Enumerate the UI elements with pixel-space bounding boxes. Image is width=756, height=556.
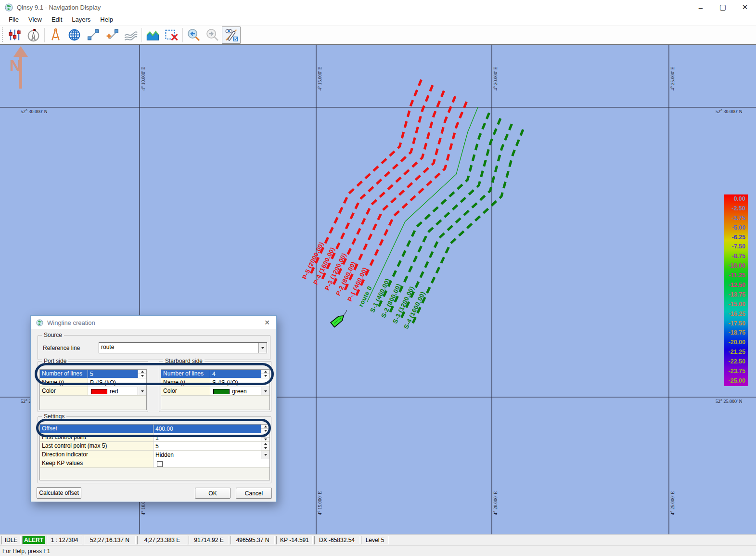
starboard-color-row[interactable]: Color green [161,387,269,396]
port-color-dropdown-icon[interactable] [138,387,146,395]
delete-selection-button[interactable] [162,26,181,44]
colorbar-value: -6.25 [724,233,748,243]
status-segment-8: DX -65832.54 [314,536,359,544]
status-segment-3: 52;27;16.137 N [84,536,136,544]
dialog-title: Wingline creation [47,319,95,326]
close-button[interactable]: ✕ [734,0,756,14]
last-control-point-input[interactable]: 5 [154,442,261,450]
source-legend: Source [42,332,64,338]
zoom-next-icon [205,28,219,42]
colorbar-value: -8.75 [724,252,748,261]
grid-longitude-label: 4° 25.000' E [670,491,675,515]
menu-layers[interactable]: Layers [67,15,95,25]
help-bar: For Help, press F1 [0,545,756,556]
port-color-value[interactable]: red [88,387,138,395]
colorbar-value: -2.50 [724,204,748,214]
status-segment-7: KP -14.591 [276,536,313,544]
measure-compass-button[interactable] [46,26,65,44]
last-control-point-label: Last control point (max 5) [40,442,154,450]
colorbar-value: -18.75 [724,328,748,338]
last-control-point-spinner[interactable] [261,442,269,450]
reference-line-combobox[interactable]: route [99,342,267,353]
colorbar-value: -11.25 [724,271,748,281]
add-line-point-button[interactable] [103,26,121,44]
edit-line-button[interactable] [84,26,103,44]
last-control-point-row[interactable]: Last control point (max 5) 5 [40,442,269,451]
grid-latitude-label: 52° 25.000' N [716,399,743,404]
zoom-next-button[interactable] [203,26,222,44]
grid-longitude-label: 4° 15.000' E [317,67,322,91]
maximize-button[interactable]: ▢ [712,0,734,14]
zoom-previous-button[interactable] [184,26,203,44]
dialog-globe-icon [36,319,43,326]
toolbar: N [0,26,756,44]
measure-compass-icon [49,28,63,42]
application-window: Qinsy 9.1 - Navigation Display – ▢ ✕ Fil… [0,0,756,556]
direction-indicator-dropdown-icon[interactable] [261,451,269,459]
starboard-color-dropdown-icon[interactable] [261,387,269,395]
status-segment-5: 91714.92 E [189,536,229,544]
menu-view[interactable]: View [24,15,47,25]
status-segment-4: 4;27;23.383 E [137,536,187,544]
colorbar-value: -10.00 [724,261,748,271]
app-globe-icon [5,3,13,12]
delete-selection-icon [165,28,179,42]
direction-indicator-value[interactable]: Hidden [154,451,261,459]
status-bar: IDLEALERT1 : 12730452;27;16.137 N4;27;23… [0,534,756,545]
menu-edit[interactable]: Edit [47,15,67,25]
menu-bar: FileViewEditLayersHelp [0,14,756,26]
toolbar-gripper[interactable] [1,27,5,43]
ok-button[interactable]: OK [195,488,231,499]
menu-help[interactable]: Help [95,15,118,25]
edit-line-icon [86,28,100,42]
keep-kp-values-checkbox[interactable] [157,461,163,467]
status-segment-2: 1 : 127304 [47,536,82,544]
direction-indicator-row[interactable]: Direction indicator Hidden [40,451,269,459]
reference-line-value: route [99,343,258,353]
display-properties-icon [8,28,22,42]
colorbar-value: -7.50 [724,242,748,252]
zoom-previous-icon [187,28,201,42]
reference-line-dropdown-icon[interactable] [258,343,267,353]
wingline-creation-dialog: Wingline creation ✕ Source Reference lin… [30,315,277,502]
colorbar-value: -13.75 [724,290,748,300]
keep-kp-values-row[interactable]: Keep KP values [40,459,269,468]
direction-indicator-label: Direction indicator [40,451,154,459]
port-color-row[interactable]: Color red [40,387,146,396]
port-color-label: Color [40,387,88,395]
display-properties-button[interactable] [5,26,24,44]
calculate-offset-button[interactable]: Calculate offset [37,487,81,499]
cancel-button[interactable]: Cancel [236,488,272,499]
status-segment-9: Level 5 [361,536,389,544]
keep-kp-values-label: Keep KP values [40,459,154,467]
minimize-button[interactable]: – [690,0,712,14]
multi-lines-button[interactable] [121,26,140,44]
projection-globe-button[interactable] [65,26,84,44]
title-bar: Qinsy 9.1 - Navigation Display – ▢ ✕ [0,0,756,14]
grid-longitude-label: 4° 15.000' E [317,491,322,515]
vessel-icon [327,308,350,331]
starboard-color-swatch [213,389,230,394]
source-group: Source Reference line route [38,335,270,360]
add-line-point-icon [105,28,119,42]
window-title: Qinsy 9.1 - Navigation Display [17,4,101,11]
grid-longitude-label: 4° 20.000' E [493,491,498,515]
profile-chart-button[interactable] [143,26,162,44]
status-segment-1: ALERT [22,536,45,544]
menu-file[interactable]: File [4,15,24,25]
colorbar-value: -22.50 [724,357,748,367]
multi-lines-icon [124,28,138,42]
svg-text:N: N [34,28,36,32]
highlight-annotation-offset [36,419,271,437]
north-compass-button[interactable]: N [24,26,43,44]
grid-longitude-label: 4° 10.000' E [141,67,146,91]
projection-globe-icon [67,28,81,42]
reference-line-label: Reference line [43,345,80,351]
profile-chart-icon [146,28,160,42]
starboard-color-value[interactable]: green [210,387,261,395]
dialog-close-icon[interactable]: ✕ [263,318,271,327]
dialog-title-bar[interactable]: Wingline creation ✕ [31,316,276,329]
svg-text:N: N [10,56,22,75]
colorbar-value: -3.75 [724,214,748,223]
display-settings-button[interactable] [222,26,241,44]
